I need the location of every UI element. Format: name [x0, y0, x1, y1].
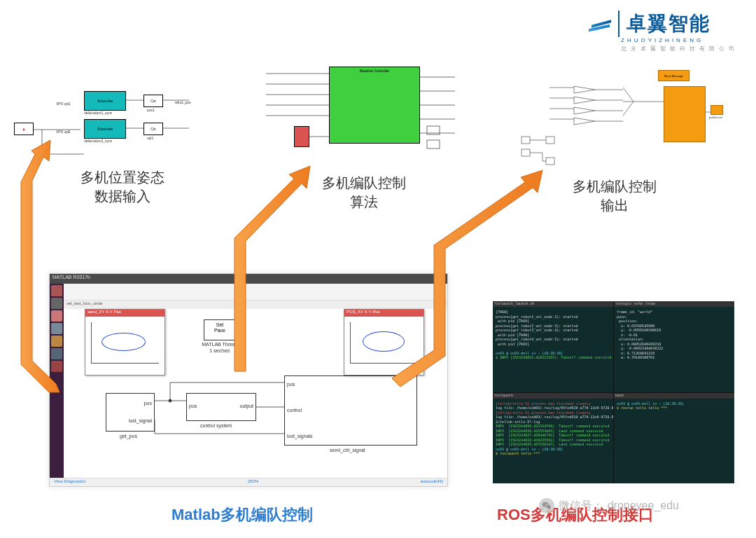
matlab-toolbar: [64, 284, 447, 301]
term2-title: rostopic echo /vrpn: [614, 301, 734, 307]
svg-rect-2: [522, 137, 530, 144]
status-left[interactable]: View Diagnostics: [54, 479, 86, 483]
wires-right-icon: [511, 67, 724, 168]
svg-rect-5: [546, 158, 554, 165]
caption-input: 多机位置姿态 数据输入: [59, 168, 186, 206]
caption-algorithm: 多机编队控制 算法: [301, 174, 427, 212]
dock-icon[interactable]: [51, 323, 62, 334]
caption-output: 多机编队控制 输出: [552, 177, 678, 215]
ros-terminal-4[interactable]: bash os03 @ os03-dell in ~ [18:38:38] $ …: [614, 393, 734, 484]
wires-left-icon: [14, 88, 203, 165]
status-solver: auto(ode45): [421, 479, 443, 483]
bottom-label-matlab: Matlab多机编队控制: [172, 504, 313, 525]
term1-body: [7068] process[get_robot1_vel_node-2]: s…: [496, 310, 610, 360]
term3-title: roslaunch: [493, 393, 613, 399]
company-logo: 卓翼智能 ZHUOYIZHINENG 北京卓翼智能科技有限公司: [587, 11, 738, 53]
term2-body: frame_id: "world" pose: position: x: 0.0…: [617, 310, 732, 360]
plot2-ellipse-icon: [363, 331, 405, 352]
dock-icon[interactable]: [51, 310, 62, 322]
term1-title: roslaunch_launch.sh: [493, 301, 613, 307]
caption-input-l2: 数据输入: [59, 187, 186, 206]
logo-pinyin: ZHUOYIZHINENG: [621, 37, 738, 43]
mini-diagram-output: Black Message publish.vel: [511, 67, 724, 168]
svg-rect-4: [546, 137, 554, 144]
wires-mid-icon: [266, 60, 462, 165]
dock-icon[interactable]: [51, 336, 62, 347]
caption-algo-l2: 算法: [301, 193, 427, 212]
plot-window-2[interactable]: POS_XY X-Y Plot: [344, 309, 424, 375]
term4-body: os03 @ os03-dell in ~ [18:38:38] $ rosru…: [617, 401, 732, 411]
term3-body: [tellok/tello-5] process has finished cl…: [496, 401, 610, 456]
wechat-watermark: 微信号： droneyee_edu: [539, 498, 679, 513]
svg-rect-3: [522, 149, 530, 156]
plot2-title: POS_XY X-Y Plot: [344, 310, 424, 317]
ros-terminal-grid: roslaunch_launch.sh [7068] process[get_r…: [493, 301, 734, 483]
caption-output-l1: 多机编队控制: [552, 177, 678, 196]
dock-icon[interactable]: [51, 361, 62, 372]
plot-window-1[interactable]: send_XY X-Y Plot: [85, 309, 165, 375]
status-zoom: 250%: [248, 479, 258, 483]
dock-icon[interactable]: [51, 285, 62, 296]
term4-title: bash: [614, 393, 734, 399]
plot1-title: send_XY X-Y Plot: [85, 310, 164, 317]
dock-icon[interactable]: [51, 348, 62, 359]
matlab-titlebar: MATLAB R2017b: [50, 274, 447, 284]
svg-rect-1: [427, 140, 440, 149]
logo-name: 卓翼智能: [618, 11, 710, 37]
matlab-screenshot: MATLAB R2017b vel_test_four_circle Set P…: [49, 273, 448, 487]
matlab-statusbar: View Diagnostics 250% auto(ode45): [50, 478, 447, 486]
dock-icon[interactable]: [51, 298, 62, 309]
logo-subtitle: 北京卓翼智能科技有限公司: [621, 45, 738, 53]
caption-algo-l1: 多机编队控制: [301, 174, 427, 193]
ubuntu-dock: [50, 284, 64, 486]
ros-terminal-1[interactable]: roslaunch_launch.sh [7068] process[get_r…: [493, 301, 613, 392]
caption-output-l2: 输出: [552, 196, 678, 215]
watermark-label: 微信号：: [559, 499, 603, 513]
plot1-ellipse-icon: [102, 333, 145, 351]
mini-diagram-algorithm: Baseline Controller: [266, 60, 462, 165]
matlab-tab[interactable]: vel_test_four_circle: [64, 301, 447, 309]
mini-diagram-input: ♦ Subscribe Subscribe /tello/odom1_sync …: [14, 88, 203, 165]
wechat-icon: [539, 498, 554, 513]
caption-input-l1: 多机位置姿态: [59, 168, 186, 187]
logo-mark-icon: [587, 11, 612, 36]
simulink-canvas[interactable]: Set Pace MATLAB Thread 1 sec/sec pos los…: [64, 309, 447, 477]
ros-terminal-3[interactable]: roslaunch [tellok/tello-5] process has f…: [493, 393, 613, 484]
ros-terminal-2[interactable]: rostopic echo /vrpn frame_id: "world" po…: [614, 301, 734, 392]
watermark-id: droneyee_edu: [608, 499, 679, 512]
